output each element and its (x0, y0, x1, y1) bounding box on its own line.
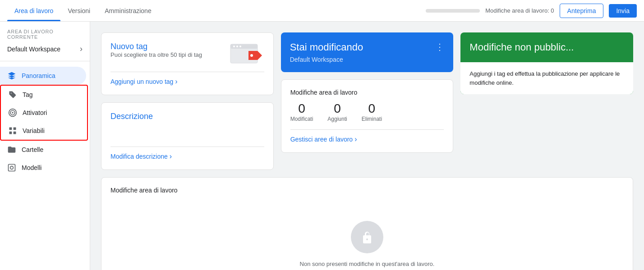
folder-icon (7, 145, 16, 154)
grid-icon (8, 126, 17, 135)
card-nuovo-tag-text: Nuovo tag Puoi scegliere tra oltre 50 ti… (110, 42, 202, 65)
empty-state: Non sono presenti modifiche in quest'are… (110, 212, 624, 270)
workspace-changes-bar (426, 9, 480, 13)
card-modifiche-non-pubblicate: Modifiche non pubblic... Aggiungi i tag … (460, 32, 633, 94)
stat-aggiunti-value: 0 (334, 101, 341, 116)
card-nuovo-tag-title: Nuovo tag (110, 42, 202, 51)
svg-rect-4 (14, 128, 16, 130)
svg-rect-6 (14, 132, 16, 134)
sidebar-item-tag[interactable]: Tag (1, 86, 83, 104)
arrow-right-icon-stats: › (354, 135, 357, 143)
manage-workspaces-link[interactable]: Gestisci aree di lavoro › (290, 129, 444, 143)
sidebar-item-cartelle-label: Cartelle (22, 146, 43, 153)
card-nuovo-tag: Nuovo tag Puoi scegliere tra oltre 50 ti… (101, 32, 274, 95)
card-modifiche-bottom: Aggiungi i tag ed effettua la pubblicazi… (460, 62, 633, 94)
sidebar-item-panoramica[interactable]: Panoramica (0, 67, 86, 85)
workspace-section: AREA DI LAVORO CORRENTE Default Workspac… (0, 25, 90, 57)
svg-point-13 (239, 46, 241, 47)
svg-point-11 (233, 46, 235, 47)
card-stai-workspace: Default Workspace (290, 56, 363, 63)
tab-area-di-lavoro[interactable]: Area di lavoro (7, 0, 60, 21)
top-nav-tabs: Area di lavoro Versioni Amministrazione (7, 0, 159, 21)
card-stai-modificando: Stai modificando Default Workspace ⋮ (281, 32, 454, 72)
sidebar-divider (0, 61, 90, 61)
stat-eliminati-label: Eliminati (362, 116, 382, 122)
workspace-selector[interactable]: Default Workspace › (7, 42, 83, 55)
manage-workspaces-label: Gestisci aree di lavoro (290, 136, 353, 143)
top-navigation: Area di lavoro Versioni Amministrazione … (0, 0, 644, 22)
svg-rect-3 (9, 128, 12, 130)
layers-icon (7, 71, 16, 80)
stat-modificati-value: 0 (298, 101, 305, 116)
card-stai-header: Stai modificando Default Workspace ⋮ (290, 41, 445, 63)
arrow-right-icon-desc: › (170, 152, 172, 160)
stats-row: 0 Modificati 0 Aggiunti 0 Eliminati (290, 101, 444, 122)
sidebar-item-modelli-label: Modelli (22, 164, 41, 171)
sidebar-item-cartelle[interactable]: Cartelle (0, 141, 86, 159)
edit-description-label: Modifica descrizione (110, 153, 168, 160)
sidebar-nav: Panoramica Tag (0, 65, 90, 178)
stat-aggiunti: 0 Aggiunti (327, 101, 347, 122)
cards-row: Nuovo tag Puoi scegliere tra oltre 50 ti… (101, 32, 633, 170)
column-2: Stai modificando Default Workspace ⋮ Mod… (281, 32, 454, 170)
svg-point-2 (12, 112, 13, 113)
stat-eliminati: 0 Eliminati (362, 101, 382, 122)
tab-versioni[interactable]: Versioni (60, 0, 97, 21)
model-icon (7, 163, 16, 172)
svg-rect-7 (9, 165, 15, 171)
sidebar-item-variabili[interactable]: Variabili (1, 122, 83, 140)
target-icon (8, 108, 17, 117)
more-options-icon[interactable]: ⋮ (435, 41, 444, 52)
chevron-right-icon: › (80, 44, 83, 54)
card-nuovo-tag-header: Nuovo tag Puoi scegliere tra oltre 50 ti… (110, 42, 264, 68)
stat-modificati: 0 Modificati (290, 101, 313, 122)
empty-state-icon (351, 221, 383, 253)
svg-point-12 (236, 46, 238, 47)
sidebar-item-modelli[interactable]: Modelli (0, 159, 86, 177)
sidebar-item-variabili-label: Variabili (23, 127, 45, 134)
card-stai-title: Stai modificando (290, 41, 363, 53)
svg-point-15 (250, 54, 253, 57)
svg-point-8 (10, 166, 14, 169)
empty-state-text: Non sono presenti modifiche in quest'are… (300, 261, 435, 267)
arrow-right-icon: › (175, 78, 177, 86)
tab-amministrazione[interactable]: Amministrazione (97, 0, 158, 21)
bottom-section-title: Modifiche area di lavoro (110, 187, 624, 194)
card-modifiche-title: Modifiche non pubblic... (469, 41, 624, 53)
stat-aggiunti-label: Aggiunti (327, 116, 347, 122)
app-layout: AREA DI LAVORO CORRENTE Default Workspac… (0, 22, 644, 270)
tag-icon (8, 90, 17, 99)
top-nav-right: Modifiche area di lavoro: 0 Anteprima In… (426, 4, 637, 18)
column-1: Nuovo tag Puoi scegliere tra oltre 50 ti… (101, 32, 274, 170)
bottom-section: Modifiche area di lavoro Non sono presen… (101, 177, 633, 270)
publish-button[interactable]: Invia (609, 4, 637, 18)
card-descrizione: Descrizione Modifica descrizione › (101, 102, 274, 170)
workspace-changes-label: Modifiche area di lavoro: 0 (485, 7, 554, 14)
main-content: Nuovo tag Puoi scegliere tra oltre 50 ti… (90, 22, 644, 270)
svg-rect-5 (9, 132, 12, 134)
card-modifiche-desc: Aggiungi i tag ed effettua la pubblicazi… (469, 69, 624, 87)
sidebar-item-panoramica-label: Panoramica (22, 72, 55, 79)
workspace-section-label: AREA DI LAVORO CORRENTE (7, 29, 83, 40)
sidebar: AREA DI LAVORO CORRENTE Default Workspac… (0, 22, 90, 270)
card-modifiche-top: Modifiche non pubblic... (460, 32, 633, 62)
sidebar-item-tag-label: Tag (23, 91, 33, 98)
workspace-stats-title: Modifiche area di lavoro (290, 89, 444, 96)
preview-button[interactable]: Anteprima (560, 4, 604, 18)
sidebar-item-group: Tag Attivatori (0, 85, 88, 141)
workspace-name: Default Workspace (7, 46, 60, 53)
card-workspace-stats: Modifiche area di lavoro 0 Modificati 0 … (281, 79, 454, 153)
sidebar-item-attivatori[interactable]: Attivatori (1, 104, 83, 122)
add-new-tag-link[interactable]: Aggiungi un nuovo tag › (110, 72, 264, 86)
sidebar-item-attivatori-label: Attivatori (23, 109, 47, 116)
tag-illustration (228, 42, 264, 68)
card-descrizione-body (110, 128, 264, 146)
card-stai-text: Stai modificando Default Workspace (290, 41, 363, 63)
column-3: Modifiche non pubblic... Aggiungi i tag … (460, 32, 633, 170)
card-nuovo-tag-desc: Puoi scegliere tra oltre 50 tipi di tag (110, 51, 202, 58)
edit-description-link[interactable]: Modifica descrizione › (110, 146, 264, 160)
card-descrizione-title: Descrizione (110, 112, 264, 121)
add-new-tag-label: Aggiungi un nuovo tag (110, 78, 173, 85)
stat-eliminati-value: 0 (368, 101, 376, 116)
stat-modificati-label: Modificati (290, 116, 313, 122)
